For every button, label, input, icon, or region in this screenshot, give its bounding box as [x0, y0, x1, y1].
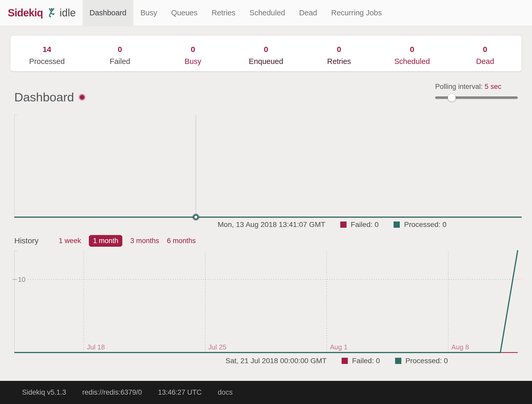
stat-label[interactable]: Retries: [303, 57, 376, 66]
stat-label[interactable]: Scheduled: [376, 57, 449, 66]
stat-failed: 0Failed: [83, 36, 156, 71]
live-poll-beacon[interactable]: [79, 94, 85, 101]
tab-recurring-jobs[interactable]: Recurring Jobs: [324, 0, 389, 26]
stat-scheduled[interactable]: 0Scheduled: [376, 36, 449, 71]
polling-label-text: Polling interval:: [435, 83, 483, 90]
stat-busy[interactable]: 0Busy: [156, 36, 229, 71]
docs-link[interactable]: docs: [218, 388, 232, 396]
stat-value: 0: [303, 45, 376, 54]
tab-scheduled[interactable]: Scheduled: [242, 0, 292, 26]
failed-legend-label: Failed: 0: [352, 357, 380, 365]
tooltip-timestamp: Mon, 13 Aug 2018 13:41:07 GMT: [218, 220, 325, 229]
processed-legend-swatch: [395, 358, 401, 364]
failed-legend-swatch: [340, 221, 347, 228]
tooltip-timestamp: Sat, 21 Jul 2018 00:00:00 GMT: [225, 357, 327, 365]
stat-label: Failed: [83, 57, 156, 66]
stat-label[interactable]: Dead: [449, 57, 522, 66]
realtime-chart[interactable]: [14, 115, 522, 218]
tab-queues[interactable]: Queues: [164, 0, 205, 26]
footer-version: Sidekiq v5.1.3: [22, 388, 66, 396]
top-nav: Sidekiq idle DashboardBusyQueuesRetriesS…: [0, 0, 532, 26]
polling-interval-slider[interactable]: [435, 96, 518, 99]
history-range-buttons: 1 week1 month3 months6 months: [59, 235, 196, 247]
page-title: Dashboard: [14, 90, 85, 104]
processed-series-line: [14, 250, 518, 353]
tab-dashboard[interactable]: Dashboard: [83, 0, 134, 26]
history-chart-legend: Sat, 21 Jul 2018 00:00:00 GMT Failed: 0 …: [225, 357, 448, 365]
sidekiq-logo-icon: [46, 8, 56, 18]
page-title-text: Dashboard: [14, 90, 74, 104]
worker-status: idle: [59, 7, 76, 19]
stat-retries[interactable]: 0Retries: [303, 36, 376, 71]
realtime-chart-legend: Mon, 13 Aug 2018 13:41:07 GMT Failed: 0 …: [218, 220, 447, 229]
footer-redis-url: redis://redis:6379/0: [82, 388, 142, 396]
history-chart[interactable]: 10Jul 18Jul 25Aug 1Aug 8: [14, 251, 522, 353]
stat-enqueued[interactable]: 0Enqueued: [229, 36, 302, 71]
x-tick-label: Aug 8: [451, 343, 469, 351]
failed-legend-swatch: [342, 358, 348, 364]
processed-legend-label: Processed: 0: [405, 357, 448, 365]
tab-dead[interactable]: Dead: [292, 0, 324, 26]
stat-value: 0: [156, 45, 229, 54]
brand[interactable]: Sidekiq idle: [0, 0, 83, 26]
failed-legend-label: Failed: 0: [351, 220, 378, 229]
range-6-months[interactable]: 6 months: [167, 237, 196, 245]
nav-tabs: DashboardBusyQueuesRetriesScheduledDeadR…: [83, 0, 389, 26]
processed-legend-swatch: [394, 221, 400, 228]
range-1-month[interactable]: 1 month: [89, 235, 123, 247]
x-tick-label: Jul 18: [87, 343, 105, 351]
stat-value: 0: [229, 45, 302, 54]
history-title: History: [14, 236, 38, 245]
y-tick-label: 10: [18, 276, 25, 283]
stat-label: Processed: [10, 57, 83, 66]
brand-name[interactable]: Sidekiq: [8, 7, 43, 19]
polling-value: 5 sec: [485, 83, 502, 90]
stat-dead[interactable]: 0Dead: [449, 36, 522, 71]
stat-value: 0: [449, 45, 522, 54]
footer: Sidekiq v5.1.3 redis://redis:6379/0 13:4…: [0, 381, 532, 404]
stat-label[interactable]: Busy: [156, 57, 229, 66]
x-tick-label: Jul 25: [208, 343, 226, 351]
stat-value: 0: [83, 45, 156, 54]
footer-clock: 13:46:27 UTC: [158, 388, 202, 396]
history-header: History 1 week1 month3 months6 months: [14, 235, 196, 247]
range-1-week[interactable]: 1 week: [59, 237, 81, 245]
stat-label[interactable]: Enqueued: [229, 57, 302, 66]
stat-value: 0: [376, 45, 449, 54]
stat-value: 14: [10, 45, 83, 54]
summary-bar: 14Processed0Failed0Busy0Enqueued0Retries…: [10, 36, 522, 71]
range-3-months[interactable]: 3 months: [130, 237, 159, 245]
sidekiq-dashboard-page: Sidekiq idle DashboardBusyQueuesRetriesS…: [0, 0, 532, 404]
x-tick-label: Aug 1: [330, 343, 348, 351]
stat-processed: 14Processed: [10, 36, 83, 71]
tab-retries[interactable]: Retries: [204, 0, 242, 26]
slider-thumb[interactable]: [448, 94, 456, 102]
hover-marker: [194, 215, 198, 219]
processed-legend-label: Processed: 0: [404, 220, 446, 229]
polling-interval-label: Polling interval: 5 sec: [435, 83, 521, 91]
tab-busy[interactable]: Busy: [133, 0, 164, 26]
polling-control: Polling interval: 5 sec: [435, 83, 521, 99]
